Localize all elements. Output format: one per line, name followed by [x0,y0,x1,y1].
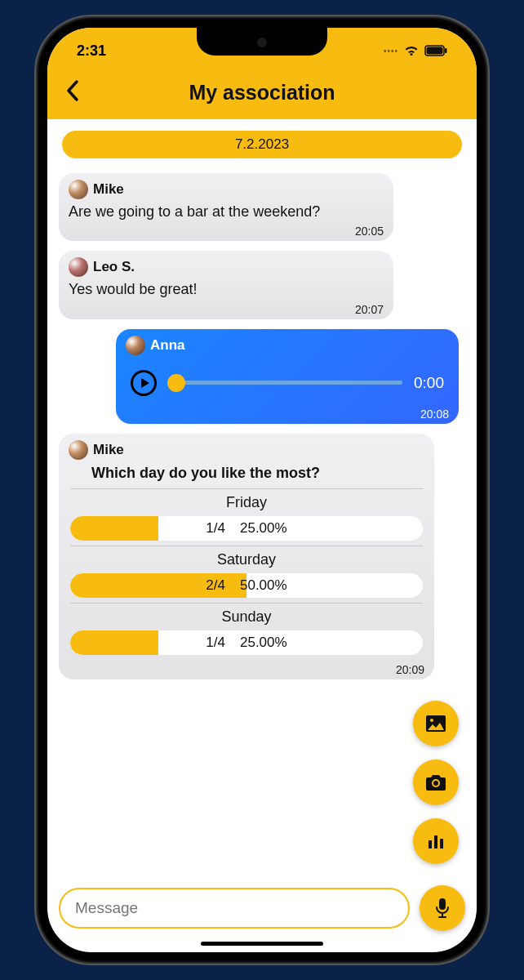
sender-name: Mike [93,181,124,198]
sender-row: Anna [126,336,449,355]
sender-name: Anna [150,337,185,354]
svg-point-6 [433,781,438,786]
poll-votes: 1/4 [206,520,225,537]
poll-option[interactable]: Friday 1/4 25.00% [69,489,424,546]
poll-bar-fill [70,516,158,541]
poll-bar-fill [70,630,158,655]
status-icons: •••• [384,45,447,57]
sender-name: Mike [93,442,124,458]
svg-rect-1 [427,47,443,55]
audio-progress-knob[interactable] [167,374,185,392]
fab-stack [413,701,459,864]
page-title: My association [47,81,477,105]
poll-bubble[interactable]: Mike Which day do you like the most? Fri… [59,434,434,679]
status-time: 2:31 [77,42,106,60]
wifi-icon [403,45,420,57]
home-indicator[interactable] [201,942,323,946]
poll-option-label: Friday [70,494,423,511]
svg-rect-8 [434,835,437,849]
poll-option-label: Sunday [70,608,423,626]
avatar[interactable] [69,180,88,199]
bar-chart-icon [427,832,445,850]
sender-row: Mike [69,180,384,199]
message-time: 20:09 [69,663,424,676]
sender-name: Leo S. [93,259,135,275]
sender-row: Mike [69,440,424,460]
avatar[interactable] [126,336,145,355]
audio-player: 0:00 [126,359,449,404]
audio-progress-track[interactable] [168,381,402,385]
back-button[interactable] [65,79,80,105]
camera-button[interactable] [413,760,459,805]
notch [197,28,327,56]
message-text: Yes would be great! [69,280,384,299]
play-button[interactable] [131,370,157,396]
poll-bar: 1/4 25.00% [70,516,423,541]
poll-button[interactable] [413,818,459,864]
poll-option[interactable]: Saturday 2/4 50.00% [69,546,424,603]
message-bubble[interactable]: Mike Are we going to a bar at the weeken… [59,173,393,241]
message-time: 20:07 [69,303,384,316]
avatar[interactable] [69,440,88,460]
message-time: 20:08 [126,408,449,421]
audio-position: 0:00 [414,374,444,392]
svg-point-4 [430,719,433,722]
svg-rect-10 [439,898,446,910]
audio-message-bubble[interactable]: Anna 0:00 20:08 [116,329,459,424]
svg-rect-2 [445,48,447,53]
nav-bar: My association [47,65,477,119]
phone-frame: 2:31 •••• My association 7.2.2023 [36,16,488,964]
poll-bar: 1/4 25.00% [70,630,423,655]
svg-rect-7 [429,840,432,849]
sender-row: Leo S. [69,257,384,277]
image-icon [425,715,446,733]
more-dots-icon: •••• [384,47,398,56]
poll-votes: 1/4 [206,635,225,651]
chevron-left-icon [65,79,80,102]
poll-option[interactable]: Sunday 1/4 25.00% [69,604,424,660]
message-input[interactable] [59,888,410,929]
poll-question: Which day do you like the most? [69,463,424,488]
play-icon [141,378,149,388]
svg-rect-9 [440,839,443,849]
poll-votes: 2/4 [206,577,225,594]
message-time: 20:05 [69,225,384,238]
poll-bar: 2/4 50.00% [70,573,423,598]
camera-icon [424,773,447,791]
gallery-button[interactable] [413,701,459,746]
battery-icon [424,45,447,56]
poll-percent: 50.00% [240,577,287,594]
poll-percent: 25.00% [240,520,287,537]
poll-option-label: Saturday [70,551,423,568]
screen: 2:31 •••• My association 7.2.2023 [47,28,477,952]
date-separator: 7.2.2023 [62,131,462,158]
message-bubble[interactable]: Leo S. Yes would be great! 20:07 [59,251,393,318]
poll-percent: 25.00% [240,635,287,651]
microphone-icon [435,898,450,919]
message-text: Are we going to a bar at the weekend? [69,203,384,221]
voice-button[interactable] [420,885,465,931]
avatar[interactable] [69,257,88,277]
